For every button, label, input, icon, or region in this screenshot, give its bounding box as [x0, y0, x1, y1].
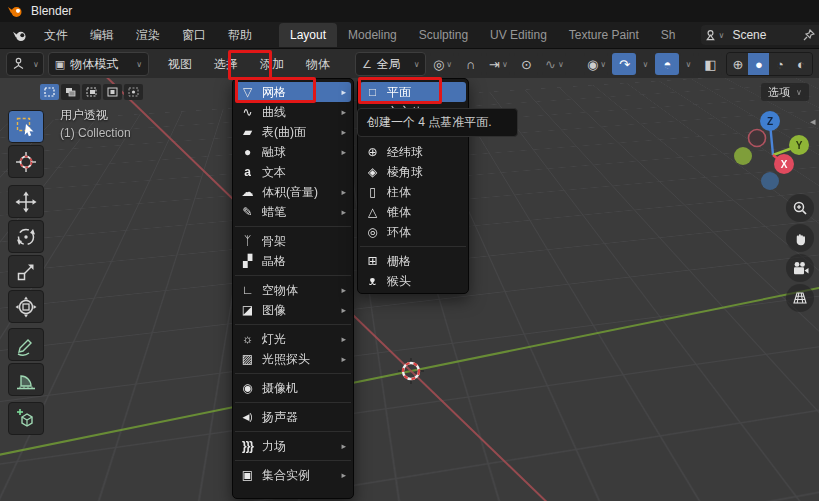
gizmo-minus-x: [749, 130, 766, 147]
shading-wireframe-button[interactable]: ⊕: [727, 53, 748, 75]
menu-item-curve[interactable]: ∿ 曲线 ▸: [233, 102, 353, 122]
menu-item-image[interactable]: ◪ 图像 ▸: [233, 300, 353, 320]
menu-item-grease-pencil[interactable]: ✎ 蜡笔 ▸: [233, 202, 353, 222]
chevron-down-icon: ∨: [136, 60, 142, 69]
submenu-item-uv-sphere[interactable]: ⊕ 经纬球: [358, 142, 468, 162]
mode-label: 物体模式: [70, 56, 129, 73]
navigation-gizmo[interactable]: Z Y X: [733, 103, 819, 195]
falloff-button[interactable]: ∿ ∨: [542, 53, 566, 75]
tool-annotate[interactable]: [8, 328, 44, 361]
menu-item-light[interactable]: ☼ 灯光 ▸: [233, 329, 353, 349]
menu-item-speaker[interactable]: ◀) 扬声器: [233, 407, 353, 427]
menu-window[interactable]: 窗口: [171, 24, 217, 47]
proportional-edit-button[interactable]: ⊙: [514, 53, 538, 75]
orientation-dropdown[interactable]: ∠ 全局 ∨: [355, 52, 427, 76]
select-mode-extend[interactable]: [61, 84, 80, 100]
tab-shading[interactable]: Sh: [650, 23, 687, 47]
tool-add-cube[interactable]: [8, 402, 44, 435]
menu-item-volume[interactable]: ☁ 体积(音量) ▸: [233, 182, 353, 202]
title-bar: Blender: [0, 0, 819, 22]
object-mode-icon: ▣: [55, 59, 65, 70]
tool-cursor[interactable]: [8, 145, 44, 178]
submenu-item-torus[interactable]: ◎ 环体: [358, 222, 468, 242]
chevron-down-icon: ∨: [643, 60, 649, 69]
shading-dropdown-button[interactable]: ∨: [811, 53, 813, 75]
menu-item-lattice[interactable]: ▞ 晶格: [233, 251, 353, 271]
overlays-dropdown-button[interactable]: ∨: [680, 53, 694, 75]
submenu-item-grid[interactable]: ⊞ 栅格: [358, 251, 468, 271]
light-probe-icon: ▨: [240, 353, 255, 365]
submenu-item-ico-sphere[interactable]: ◈ 棱角球: [358, 162, 468, 182]
tool-select-box[interactable]: [8, 110, 44, 143]
show-overlays-button[interactable]: ◓: [655, 53, 679, 75]
mode-dropdown[interactable]: ▣ 物体模式 ∨: [48, 52, 149, 76]
camera-view-button[interactable]: [786, 254, 814, 282]
tab-uv-editing[interactable]: UV Editing: [479, 23, 558, 47]
visibility-filter-button[interactable]: ◉ ∨: [584, 53, 608, 75]
pan-button[interactable]: [786, 224, 814, 252]
menu-file[interactable]: 文件: [33, 24, 79, 47]
snap-toggle-button[interactable]: ∩: [458, 53, 482, 75]
shading-rendered-button[interactable]: ◐: [790, 53, 811, 75]
workspace-tabs: Layout Modeling Sculpting UV Editing Tex…: [279, 22, 687, 48]
overlays-icon: ◓: [664, 57, 672, 72]
submenu-item-monkey[interactable]: ᴥ 猴头: [358, 271, 468, 291]
select-mode-invert[interactable]: [103, 84, 122, 100]
menu-item-force-field[interactable]: }}} 力场 ▸: [233, 436, 353, 456]
menu-view[interactable]: 视图: [159, 52, 201, 77]
menu-object[interactable]: 物体: [297, 52, 339, 77]
show-gizmo-button[interactable]: ↷: [612, 53, 636, 75]
menu-item-surface[interactable]: ▰ 表(曲)面 ▸: [233, 122, 353, 142]
menu-separator: [235, 275, 351, 276]
shading-material-button[interactable]: ◔: [769, 53, 790, 75]
tool-measure[interactable]: [8, 363, 44, 396]
menu-item-empty[interactable]: ∟ 空物体 ▸: [233, 280, 353, 300]
menu-bar: 文件 编辑 渲染 窗口 帮助 Layout Modeling Sculpting…: [0, 22, 819, 49]
pivot-point-button[interactable]: ◎ ∨: [430, 53, 454, 75]
blender-menu-icon[interactable]: [6, 29, 33, 42]
tool-move[interactable]: [8, 185, 44, 218]
blender-window: { "window": { "title": "Blender" }, "men…: [0, 0, 819, 501]
sidebar-toggle-icon[interactable]: ◂: [810, 115, 816, 128]
scene-browse-button[interactable]: ∨: [704, 26, 725, 44]
zoom-button[interactable]: [786, 194, 814, 222]
shading-solid-button[interactable]: ●: [748, 53, 769, 75]
tool-rotate[interactable]: [8, 220, 44, 253]
submenu-item-cylinder[interactable]: ▯ 柱体: [358, 182, 468, 202]
snap-target-button[interactable]: ⇥ ∨: [486, 53, 510, 75]
scene-icon: [704, 29, 717, 42]
gizmo-dropdown-button[interactable]: ∨: [637, 53, 651, 75]
viewport-3d[interactable]: 用户透视 (1) Collection: [0, 78, 819, 501]
options-dropdown[interactable]: 选项 ∨: [761, 83, 809, 101]
submenu-arrow-icon: ▸: [341, 87, 346, 97]
tab-texture-paint[interactable]: Texture Paint: [558, 23, 650, 47]
select-mode-new[interactable]: [40, 84, 59, 100]
menu-item-text[interactable]: a 文本: [233, 162, 353, 182]
tab-layout[interactable]: Layout: [279, 23, 337, 47]
tool-transform[interactable]: [8, 290, 44, 323]
tab-sculpting[interactable]: Sculpting: [408, 23, 479, 47]
menu-item-camera[interactable]: ◉ 摄像机: [233, 378, 353, 398]
xray-toggle-button[interactable]: ◧: [698, 53, 722, 75]
menu-item-collection-instance[interactable]: ▣ 集合实例 ▸: [233, 465, 353, 485]
select-mode-subtract[interactable]: [82, 84, 101, 100]
tab-modeling[interactable]: Modeling: [337, 23, 408, 47]
menu-render[interactable]: 渲染: [125, 24, 171, 47]
transform-icon: [15, 296, 37, 318]
cone-icon: △: [365, 206, 380, 218]
menu-item-metaball[interactable]: ● 融球 ▸: [233, 142, 353, 162]
chevron-down-icon: ∨: [446, 60, 452, 69]
menu-edit[interactable]: 编辑: [79, 24, 125, 47]
submenu-item-cone[interactable]: △ 锥体: [358, 202, 468, 222]
cylinder-icon: ▯: [365, 186, 380, 198]
menu-item-armature[interactable]: ᛉ 骨架: [233, 231, 353, 251]
editor-type-button[interactable]: ∨: [6, 52, 44, 76]
scene-name-field[interactable]: Scene: [726, 28, 798, 42]
tool-scale[interactable]: [8, 255, 44, 288]
window-title: Blender: [31, 4, 72, 18]
menu-help[interactable]: 帮助: [217, 24, 263, 47]
pin-icon[interactable]: [800, 26, 818, 44]
perspective-toggle-button[interactable]: [786, 284, 814, 312]
menu-item-light-probe[interactable]: ▨ 光照探头 ▸: [233, 349, 353, 369]
select-mode-intersect[interactable]: [124, 84, 143, 100]
